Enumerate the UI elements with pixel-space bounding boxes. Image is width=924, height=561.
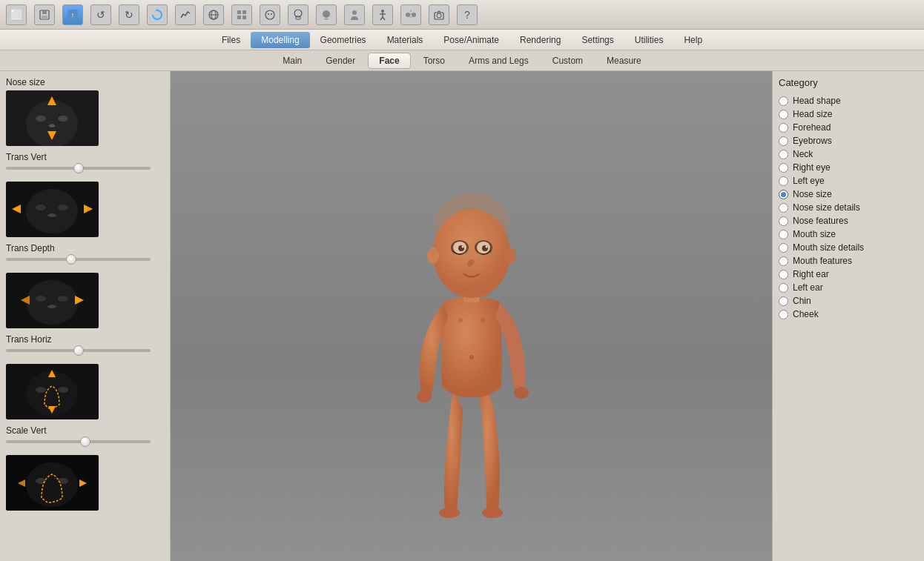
tab-measure[interactable]: Measure (595, 53, 653, 69)
radio-neck[interactable] (779, 150, 788, 159)
trans-horiz-thumbnail[interactable] (6, 273, 99, 328)
globe-icon[interactable] (203, 4, 224, 25)
tab-torso[interactable]: Torso (412, 53, 456, 69)
radio-chin[interactable] (779, 296, 788, 306)
category-head-shape[interactable]: Head shape (779, 94, 918, 107)
trans-vert-thumb[interactable] (73, 163, 84, 173)
menu-materials[interactable]: Materials (377, 32, 434, 48)
label-head-size: Head size (793, 109, 832, 119)
trans-horiz-thumb[interactable] (73, 345, 84, 356)
svg-point-76 (427, 248, 439, 264)
scale-vert-thumbnail[interactable] (6, 364, 99, 419)
trans-depth-thumb[interactable] (66, 254, 76, 265)
tab-custom[interactable]: Custom (541, 53, 594, 69)
scale-vert-slider-container: Scale Vert (6, 422, 164, 451)
tab-main[interactable]: Main (271, 53, 313, 69)
category-forehead[interactable]: Forehead (779, 121, 918, 134)
radio-nose-size[interactable] (779, 190, 788, 199)
svg-rect-10 (242, 10, 246, 14)
camera-icon[interactable] (429, 4, 449, 25)
label-neck: Neck (793, 149, 813, 159)
menu-settings[interactable]: Settings (571, 32, 624, 48)
graph-icon[interactable] (175, 4, 196, 25)
menu-rendering[interactable]: Rendering (509, 32, 571, 48)
tab-gender[interactable]: Gender (314, 53, 366, 69)
category-nose-features[interactable]: Nose features (779, 214, 918, 228)
face2-icon[interactable] (288, 4, 308, 25)
category-left-ear[interactable]: Left ear (779, 281, 918, 294)
scale-vert2-thumbnail[interactable] (6, 455, 99, 511)
category-neck[interactable]: Neck (779, 147, 918, 161)
face1-icon[interactable] (260, 4, 280, 25)
bust-icon[interactable] (344, 4, 365, 25)
scale-vert-label: Scale Vert (6, 425, 164, 436)
svg-point-55 (26, 462, 78, 507)
help-icon[interactable]: ? (457, 4, 478, 25)
trans-depth-slider-container: Trans Depth (6, 240, 164, 268)
undo-icon[interactable]: ↺ (90, 4, 111, 25)
radio-right-eye[interactable] (779, 163, 788, 173)
menu-geometries[interactable]: Geometries (310, 32, 377, 48)
category-mouth-size[interactable]: Mouth size (779, 228, 918, 241)
grid-icon[interactable] (231, 4, 252, 25)
category-head-size[interactable]: Head size (779, 107, 918, 121)
radio-cheek[interactable] (779, 310, 788, 319)
trans-depth-thumbnail[interactable] (6, 182, 99, 237)
category-nose-size-details[interactable]: Nose size details (779, 201, 918, 214)
svg-point-66 (514, 387, 529, 399)
svg-point-32 (36, 116, 46, 122)
radio-eyebrows[interactable] (779, 136, 788, 146)
right-panel: Category Head shape Head size Forehead E… (772, 71, 924, 561)
category-mouth-size-details[interactable]: Mouth size details (779, 241, 918, 254)
menu-files[interactable]: Files (211, 32, 251, 48)
radio-right-ear[interactable] (779, 270, 788, 279)
radio-left-eye[interactable] (779, 176, 788, 186)
category-right-eye[interactable]: Right eye (779, 161, 918, 174)
menu-modelling[interactable]: Modelling (251, 32, 309, 48)
radio-mouth-features[interactable] (779, 256, 788, 266)
tab-arms-and-legs[interactable]: Arms and Legs (458, 53, 540, 69)
menu-pose-animate[interactable]: Pose/Animate (433, 32, 509, 48)
viewport[interactable] (171, 71, 772, 561)
redo-icon[interactable]: ↻ (119, 4, 139, 25)
svg-point-33 (58, 116, 68, 122)
svg-point-80 (481, 318, 485, 322)
label-right-eye: Right eye (793, 162, 831, 173)
trans-vert-track (6, 167, 151, 170)
category-left-eye[interactable]: Left eye (779, 174, 918, 187)
menu-help[interactable]: Help (673, 32, 713, 48)
radio-left-ear[interactable] (779, 283, 788, 293)
save-icon[interactable] (34, 4, 55, 25)
figure-icon[interactable] (372, 4, 393, 25)
menu-utilities[interactable]: Utilities (624, 32, 674, 48)
radio-mouth-size[interactable] (779, 230, 788, 239)
category-chin[interactable]: Chin (779, 294, 918, 308)
radio-head-size[interactable] (779, 110, 788, 119)
category-right-ear[interactable]: Right ear (779, 268, 918, 281)
svg-point-43 (26, 280, 78, 325)
category-nose-size[interactable]: Nose size (779, 187, 918, 201)
svg-rect-12 (242, 16, 246, 19)
radio-head-shape[interactable] (779, 96, 788, 106)
radio-mouth-size-details[interactable] (779, 243, 788, 253)
nose-size-thumbnail[interactable] (6, 90, 99, 146)
scale-vert-thumb[interactable] (80, 436, 90, 447)
scale-vert-track (6, 440, 151, 443)
radio-nose-size-details[interactable] (779, 203, 788, 213)
svg-rect-11 (237, 16, 241, 19)
category-mouth-features[interactable]: Mouth features (779, 254, 918, 268)
label-cheek: Cheek (793, 309, 819, 319)
svg-point-64 (482, 508, 503, 518)
category-cheek[interactable]: Cheek (779, 308, 918, 321)
refresh-icon[interactable] (147, 4, 168, 25)
svg-point-63 (439, 508, 460, 518)
tab-face[interactable]: Face (368, 53, 410, 69)
head-icon[interactable] (316, 4, 337, 25)
radio-forehead[interactable] (779, 123, 788, 133)
export-icon[interactable]: ↑ (62, 4, 83, 25)
window-icon[interactable]: ⬜ (6, 4, 27, 25)
svg-point-44 (36, 296, 46, 302)
radio-nose-features[interactable] (779, 216, 788, 226)
category-eyebrows[interactable]: Eyebrows (779, 134, 918, 147)
symmetry-icon[interactable] (400, 4, 421, 25)
